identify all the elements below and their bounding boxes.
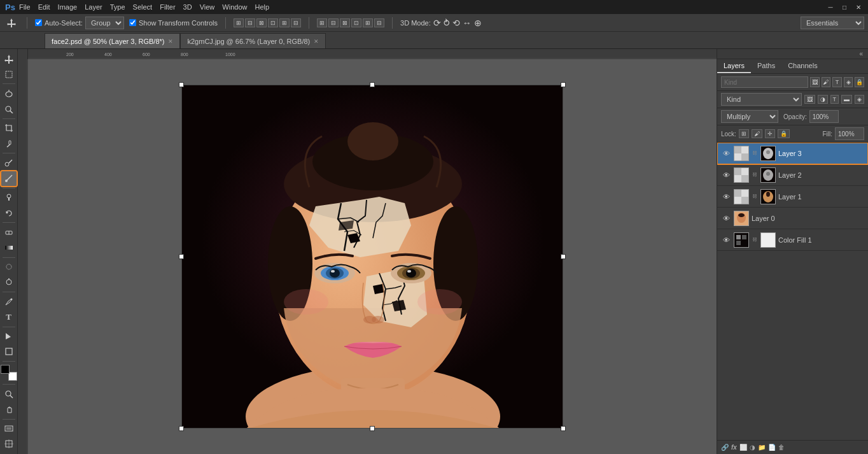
tab-face2-close[interactable]: ✕ [168,38,173,45]
colorfill-visibility[interactable]: 👁 [721,235,731,245]
blend-mode-dropdown[interactable]: Multiply Normal Screen Overlay [721,110,778,123]
layers-filter-icon5[interactable]: 🔒 [855,77,864,87]
align-top[interactable]: ⊡ [268,18,278,27]
layers-filter-icon3[interactable]: T [832,77,842,87]
dist-2[interactable]: ⊟ [328,18,339,27]
artboard-tool[interactable] [1,437,17,451]
kind-icon-smart[interactable]: ◈ [855,95,864,104]
dist-1[interactable]: ⊞ [317,18,327,27]
lock-move[interactable]: ✛ [765,129,775,138]
transform-handle-tc[interactable] [370,82,375,87]
maximize-button[interactable]: □ [840,3,849,11]
layer-1-visibility[interactable]: 👁 [721,192,731,202]
background-color-swatch[interactable] [8,372,17,381]
frame-tool[interactable] [1,422,17,436]
kind-icon-shape[interactable]: ▬ [841,95,852,104]
layer-item-2[interactable]: 👁 ⛓ Layer 2 [717,164,868,186]
layer-item-colorfill[interactable]: 👁 ⛓ Color Fill 1 [717,229,868,251]
opacity-input[interactable] [809,110,839,123]
new-layer-icon[interactable]: 📄 [768,444,776,451]
menu-3d[interactable]: 3D [183,3,192,11]
eraser-tool[interactable] [1,225,17,239]
menu-window[interactable]: Window [222,3,247,11]
tab-k2gm[interactable]: k2gmCJ.jpg @ 66.7% (Layer 0, RGB/8) ✕ [180,33,326,48]
transform-handle-tr[interactable] [561,82,566,87]
history-brush-tool[interactable] [1,206,17,220]
dist-4[interactable]: ⊡ [351,18,361,27]
kind-icon-type[interactable]: T [830,95,839,104]
layers-search-input[interactable] [721,76,808,88]
menu-view[interactable]: View [200,3,215,11]
move-tool-options[interactable] [4,17,19,29]
tab-channels[interactable]: Channels [781,59,823,73]
align-right[interactable]: ⊠ [256,18,267,27]
align-center-v[interactable]: ⊞ [279,18,290,27]
lasso-tool[interactable] [1,86,17,101]
layer-item-1[interactable]: 👁 ⛓ Layer 1 [717,186,868,208]
minimize-button[interactable]: ─ [826,3,835,11]
transform-handle-bc[interactable] [370,426,375,431]
pen-tool[interactable] [1,294,17,309]
kind-icon-pixel[interactable]: 🖼 [804,95,815,104]
zoom-tool[interactable] [1,387,17,401]
3d-icon-3[interactable]: ⟲ [452,18,460,28]
move-tool[interactable] [1,52,17,66]
brush-tool[interactable] [1,171,17,186]
layers-filter-icon1[interactable]: 🖼 [810,77,820,87]
transform-handle-tl[interactable] [179,82,184,87]
3d-icon-5[interactable]: ⊕ [474,18,482,28]
menu-file[interactable]: File [19,3,31,11]
lock-all[interactable]: 🔒 [778,129,790,138]
folder-icon[interactable]: 📁 [758,444,766,451]
align-bottom[interactable]: ⊟ [291,18,301,27]
kind-dropdown[interactable]: Kind [721,93,802,106]
menu-help[interactable]: Help [255,3,269,11]
tab-paths[interactable]: Paths [751,59,781,73]
dist-6[interactable]: ⊟ [374,18,384,27]
transform-handle-bl[interactable] [179,426,184,431]
transform-handle-ml[interactable] [179,254,184,259]
menu-type[interactable]: Type [110,3,125,11]
tab-layers[interactable]: Layers [717,59,751,73]
3d-icon-1[interactable]: ⟳ [433,18,441,28]
autoselect-checkbox[interactable] [35,19,42,26]
panel-collapse-arrow[interactable]: « [859,50,863,57]
quick-selection-tool[interactable] [1,102,17,117]
lock-checkerboard[interactable]: ⊞ [739,129,749,138]
menu-select[interactable]: Select [133,3,153,11]
layer-3-visibility[interactable]: 👁 [721,148,731,159]
menu-edit[interactable]: Edit [38,3,50,11]
fill-input[interactable] [835,127,864,140]
tab-face2[interactable]: face2.psd @ 50% (Layer 3, RGB/8*) ✕ [45,33,180,48]
layer-item-0[interactable]: 👁 Layer 0 [717,208,868,229]
dist-5[interactable]: ⊞ [363,18,373,27]
menu-image[interactable]: Image [58,3,78,11]
layer-2-visibility[interactable]: 👁 [721,170,731,180]
adjustment-icon[interactable]: ◑ [750,444,755,451]
add-mask-icon[interactable]: ⬜ [739,444,747,451]
3d-icon-2[interactable]: ⥁ [444,18,450,28]
rectangle-tool[interactable] [1,344,17,359]
transform-handle-br[interactable] [561,426,566,431]
layer-item-3[interactable]: 👁 ⛓ Layer 3 [717,143,868,164]
layers-filter-icon2[interactable]: 🖌 [822,77,831,87]
foreground-color-swatch[interactable] [1,365,10,374]
link-layers-icon[interactable]: 🔗 [721,444,729,451]
lock-brush[interactable]: 🖌 [752,129,762,138]
layer-0-visibility[interactable]: 👁 [721,213,731,223]
show-transform-checkbox[interactable] [129,19,136,26]
kind-icon-adjustment[interactable]: ◑ [818,95,828,104]
align-left[interactable]: ⊞ [234,18,244,27]
tab-k2gm-close[interactable]: ✕ [314,38,319,45]
blur-tool[interactable] [1,260,17,274]
fx-icon[interactable]: fx [731,444,737,451]
3d-icon-4[interactable]: ↔ [463,18,472,28]
layers-filter-icon4[interactable]: ◈ [844,77,853,87]
close-button[interactable]: ✕ [854,3,863,11]
path-selection-tool[interactable] [1,329,17,344]
clone-stamp-tool[interactable] [1,190,17,205]
dodge-tool[interactable] [1,275,17,290]
crop-tool[interactable] [1,121,17,136]
type-tool[interactable]: T [1,309,17,324]
eyedropper-tool[interactable] [1,136,17,151]
